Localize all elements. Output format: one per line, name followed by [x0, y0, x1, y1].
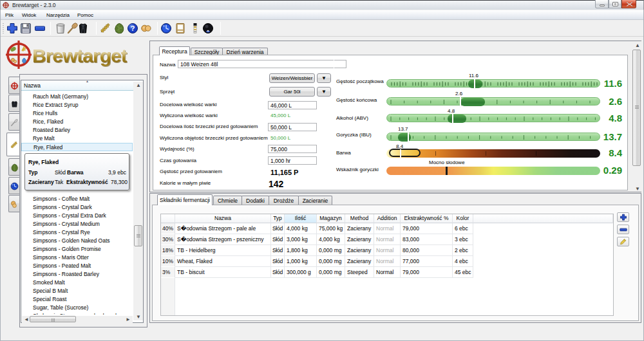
svg-text:?: ? — [131, 24, 135, 32]
